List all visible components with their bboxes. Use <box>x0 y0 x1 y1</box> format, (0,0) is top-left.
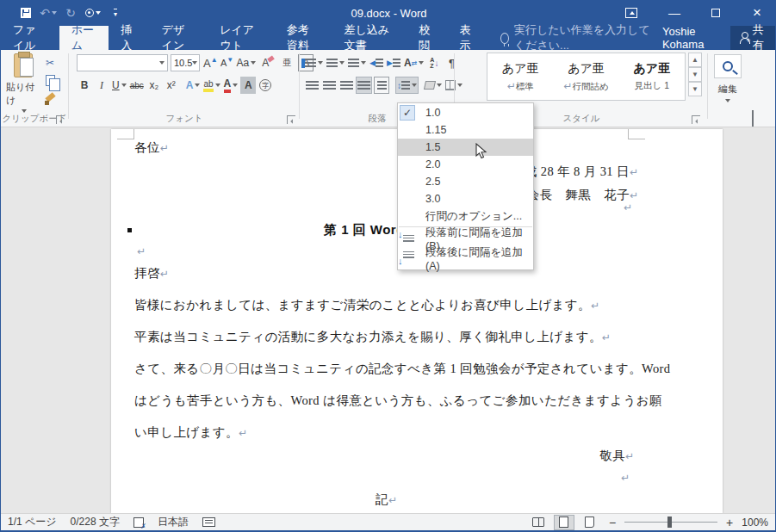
menu-item-line-spacing-options[interactable]: 行間のオプション... <box>398 207 533 225</box>
menu-item-1-15[interactable]: 1.15 <box>398 121 533 139</box>
style-heading1[interactable]: あア亜 見出し 1 <box>624 61 680 92</box>
grow-font-button[interactable]: A▲ <box>202 54 219 71</box>
cut-icon: ✂ <box>46 57 54 69</box>
style-scroll-down-button[interactable]: ▼ <box>688 67 702 82</box>
language-status[interactable]: 日本語 <box>151 515 196 529</box>
decrease-indent-button[interactable]: ◀ <box>369 54 384 71</box>
zoom-slider[interactable] <box>624 522 717 523</box>
copy-button[interactable] <box>42 71 58 89</box>
tab-layout[interactable]: レイアウト <box>208 26 275 50</box>
shrink-font-button[interactable]: A▼ <box>220 54 235 71</box>
group-font: 10.5 A▲ A▼ Aa A 亜 A B I U abc x₂ x² A ab… <box>70 50 299 127</box>
italic-button[interactable]: I <box>94 77 109 94</box>
read-mode-button[interactable] <box>528 515 549 530</box>
distribute-button[interactable] <box>374 77 389 94</box>
account-name[interactable]: Yoshie Kohama <box>652 26 731 50</box>
web-layout-button[interactable] <box>580 515 600 530</box>
doc-line-greeting: 拝啓↵ <box>134 265 169 281</box>
doc-line-empty: ↵ <box>624 200 632 214</box>
clipboard-dialog-launcher[interactable] <box>56 115 65 124</box>
menu-item-1-0[interactable]: ✓1.0 <box>398 104 533 121</box>
underline-icon: U <box>112 79 120 91</box>
styles-dialog-launcher[interactable] <box>692 115 700 124</box>
editing-menu-button[interactable]: 編集 <box>709 83 747 102</box>
bullets-button[interactable] <box>304 54 324 71</box>
asian-layout-button[interactable]: A⇄ <box>403 54 425 71</box>
tab-design[interactable]: デザイン <box>150 26 208 50</box>
zoom-slider-handle[interactable] <box>667 517 672 528</box>
increase-indent-button[interactable]: ▶ <box>386 54 401 71</box>
style-no-spacing[interactable]: あア亜 ↵行間詰め <box>557 61 614 93</box>
ribbon-display-options-icon <box>625 8 637 18</box>
page-count[interactable]: 1/1 ページ <box>1 515 64 529</box>
bold-button[interactable]: B <box>77 77 92 94</box>
add-space-after-icon: ↓ <box>400 251 415 263</box>
cut-button[interactable]: ✂ <box>42 54 58 71</box>
paste-button[interactable]: 貼り付け <box>6 53 40 119</box>
style-gallery-more-button[interactable]: ▼ <box>688 82 702 96</box>
tab-home[interactable]: ホーム <box>59 26 109 50</box>
zoom-out-button[interactable]: − <box>605 516 619 529</box>
superscript-button[interactable]: x² <box>164 77 179 94</box>
menu-item-3-0[interactable]: 3.0 <box>398 190 533 207</box>
zoom-level[interactable]: 100% <box>742 517 768 529</box>
print-layout-button[interactable] <box>554 515 574 530</box>
numbering-button[interactable] <box>326 54 345 71</box>
tab-file[interactable]: ファイル <box>1 26 59 50</box>
tab-view[interactable]: 表示 <box>448 26 488 50</box>
character-shading-button[interactable]: A <box>240 77 256 94</box>
align-center-icon <box>323 81 336 90</box>
subscript-button[interactable]: x₂ <box>146 77 162 94</box>
distribute-icon <box>377 81 387 90</box>
tab-references[interactable]: 参考資料 <box>275 26 332 50</box>
font-dialog-launcher[interactable] <box>287 115 295 124</box>
tab-insert[interactable]: 挿入 <box>109 26 149 50</box>
multilevel-list-button[interactable] <box>347 54 367 71</box>
change-case-button[interactable]: Aa <box>236 54 258 71</box>
maximize-button[interactable] <box>699 0 732 26</box>
format-painter-button[interactable] <box>42 90 58 108</box>
minimize-button[interactable]: — <box>658 0 691 26</box>
share-button[interactable]: +共有 <box>730 26 776 50</box>
zoom-in-button[interactable]: + <box>723 516 736 529</box>
style-preview: あア亜 <box>624 61 680 77</box>
status-bar: 1/1 ページ 0/228 文字 日本語 − + 100% <box>1 513 776 532</box>
font-size-combo[interactable]: 10.5 <box>171 54 200 71</box>
lines-glyph <box>401 81 410 90</box>
align-right-button[interactable] <box>338 77 354 94</box>
text-effects-button[interactable]: A <box>185 77 202 94</box>
tab-review[interactable]: 校閲 <box>407 26 447 50</box>
sort-button[interactable]: AZ↓ <box>426 54 442 71</box>
font-color-button[interactable]: A <box>223 77 239 94</box>
menu-item-add-space-after[interactable]: ↓ 段落後に間隔を追加(A) <box>398 249 533 269</box>
tab-mailings[interactable]: 差し込み文書 <box>332 26 407 50</box>
tell-me-box[interactable]: 実行したい作業を入力してください... <box>488 26 652 50</box>
ime-status[interactable] <box>196 517 222 527</box>
strikethrough-button[interactable]: abc <box>129 77 145 94</box>
highlight-button[interactable]: ab <box>202 77 220 94</box>
find-button[interactable] <box>714 54 742 78</box>
shading-button[interactable] <box>424 77 443 94</box>
underline-button[interactable]: U <box>111 77 127 94</box>
collapse-ribbon-button[interactable] <box>752 112 754 127</box>
style-gallery-scroll: ▲ ▼ ▼ <box>688 53 702 96</box>
style-normal[interactable]: あア亜 ↵標準 <box>492 61 549 93</box>
phonetic-guide-button[interactable]: 亜 <box>279 54 295 71</box>
menu-item-1-5[interactable]: 1.5 <box>398 139 533 156</box>
doc-line-body1: 皆様におかれましては、ますますご清栄のことと心よりお喜び申し上げます。↵ <box>134 297 599 313</box>
align-center-button[interactable] <box>321 77 337 94</box>
proofing-status[interactable] <box>127 517 151 528</box>
line-spacing-button[interactable]: ↕ <box>395 77 419 94</box>
font-name-combo[interactable] <box>77 54 168 71</box>
word-count[interactable]: 0/228 文字 <box>64 515 127 529</box>
enclose-characters-button[interactable]: 字 <box>258 77 273 94</box>
clear-formatting-button[interactable]: A <box>258 54 273 71</box>
align-left-button[interactable] <box>304 77 320 94</box>
doc-line-empty: ↵ <box>137 244 146 258</box>
doc-line-body2: 平素は当コミュニティの活動に多大なお力添えを賜り、厚く御礼申し上げます。↵ <box>134 329 611 345</box>
doc-line-note-start: 記↵ <box>134 492 638 508</box>
menu-item-2-0[interactable]: 2.0 <box>398 156 533 173</box>
style-scroll-up-button[interactable]: ▲ <box>688 53 702 67</box>
justify-button[interactable] <box>356 77 372 94</box>
menu-item-2-5[interactable]: 2.5 <box>398 173 533 190</box>
